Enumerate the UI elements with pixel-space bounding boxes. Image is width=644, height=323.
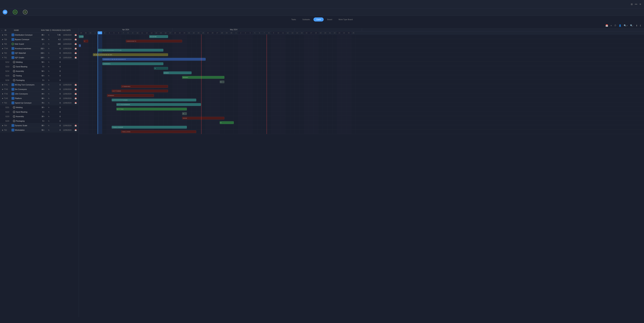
expand-btn[interactable]: ▶	[1, 43, 4, 45]
tab-worktype[interactable]: Work Type Board	[336, 18, 356, 22]
cal-icon[interactable]: 📅	[75, 39, 77, 41]
tab-board[interactable]: Board	[324, 18, 335, 22]
task-row[interactable]: ▶ T145 8 Platform 98 h ↻ 0 12/06/2024 📅	[0, 96, 79, 101]
gantt-bar[interactable]: 5	[154, 67, 168, 70]
gantt-bar[interactable]: 9	[79, 44, 81, 47]
cal-icon[interactable]: 📅	[75, 57, 77, 59]
gantt-bar[interactable]: 1 7 7 7 7 7 7 7 7 7 2 5 8 5	[112, 99, 196, 101]
cal-icon[interactable]: 📅	[75, 84, 77, 86]
calendar-icon[interactable]: ⊞	[631, 3, 633, 6]
gantt-bar[interactable]: 1 8 8 8 8 8 1 5 16 16 16 2 8 8 8 8 8 2 5	[102, 58, 206, 61]
task-row[interactable]: ▼ T61 8 IQF Grader 160 h ↻ 0 13/05/2024 …	[0, 55, 79, 60]
tab-gantt[interactable]: Gantt	[314, 18, 324, 22]
tab-tasks[interactable]: Tasks	[288, 18, 299, 22]
collapse-btn[interactable]: ▼	[1, 102, 4, 104]
task-cal[interactable]: 📅	[74, 102, 77, 104]
task-row[interactable]: ▶ T741 8 90 Deg Turn Conveyors 50 h ↻ 0 …	[0, 83, 79, 87]
gantt-bar[interactable]: 7 8 8 8 1 5 8 8 8 5	[112, 126, 187, 129]
expand-all-icon[interactable]: ↕	[1, 29, 2, 31]
gantt-bar[interactable]: 8 8 8 8 2	[182, 76, 224, 79]
task-row[interactable]: ▶ T60 8 IQF Waterfall 150 h ↻ 0 09/05/20…	[0, 51, 79, 55]
gantt-panel[interactable]: Apr 2024 May 2024 2930311234567891011121…	[79, 28, 644, 317]
gantt-bar[interactable]: 4 4 7 7 2 8 8 4	[112, 90, 168, 92]
task-row[interactable]: ▶ T744 8 Knockout machines 152 h ↻ 0 12/…	[0, 46, 79, 51]
task-row[interactable]: S213 ⊘ Sand Blasting 5 h ↻ 0	[0, 65, 79, 69]
cal-icon[interactable]: 📅	[75, 98, 77, 99]
task-row[interactable]: ▶ T742 8 10m Conveyors 44 h ↻ 0 12/06/20…	[0, 92, 79, 96]
task-cal[interactable]: 📅	[74, 88, 77, 90]
expand-btn[interactable]: ▶	[1, 129, 4, 131]
info-icon[interactable]: ℹ	[640, 24, 641, 27]
task-row[interactable]: S223 ⊘ Assembly 30 h ↻ 0	[0, 114, 79, 119]
expand-btn[interactable]: ▶	[1, 97, 4, 100]
task-cal[interactable]: 📅	[74, 97, 77, 99]
task-cal[interactable]: 📅	[74, 84, 77, 86]
expand-btn[interactable]: ▶	[1, 34, 4, 36]
gantt-bar[interactable]: 5 11 14 10	[149, 35, 168, 38]
cal-icon[interactable]: 📅	[75, 48, 77, 50]
gantt-bar[interactable]: 5	[220, 121, 234, 124]
gantt-bar[interactable]: 15 15 15 14 5 16 16 16 16 15 5	[93, 53, 168, 56]
task-cal[interactable]: 📅	[74, 129, 77, 131]
zoom-out-icon[interactable]: 🔍-	[630, 24, 634, 27]
gantt-bar[interactable]: 5	[220, 81, 224, 83]
expand-btn[interactable]: ▶	[1, 88, 4, 91]
gantt-bar[interactable]: 1 8 8 8 8 8 1	[102, 62, 163, 65]
task-cal[interactable]: 📅	[74, 52, 77, 54]
gantt-bar[interactable]: 1 8 8 3 3 3 8 7 3	[126, 40, 182, 43]
task-row[interactable]: ▶ T62 8 Workstation 55 h ↻ 0 12/06/2024 …	[0, 128, 79, 132]
cal-icon[interactable]: 📅	[75, 93, 77, 95]
task-cal[interactable]: 📅	[74, 125, 77, 127]
gantt-bar[interactable]: 7 7 6 8 8 4 8 2	[121, 85, 168, 88]
task-row[interactable]: S221 ⊘ Welding 30 h ↻ 0	[0, 105, 79, 110]
expand-btn[interactable]: ▶	[1, 124, 4, 127]
task-row[interactable]: S212 ⊘ Welding 50 h ↻ 0	[0, 60, 79, 65]
task-row[interactable]: ▶ T65 ✓ Side Guard 2 h ↻ 100 12/04/2024 …	[0, 42, 79, 46]
expand-btn[interactable]: ▶	[1, 47, 4, 50]
gantt-bar[interactable]: 5	[182, 112, 187, 115]
task-cal[interactable]: 📅	[74, 39, 77, 41]
task-cal[interactable]: 📅	[74, 57, 77, 59]
task-row[interactable]: ▶ T59 8 Bypass Conveyor 90 h ↻ 4.2 12/06…	[0, 37, 79, 42]
task-row[interactable]: S216 ⊘ Packaging 5 h ↻ 0	[0, 78, 79, 83]
gantt-bar[interactable]: 8 8 8 6	[182, 117, 224, 120]
gantt-bar[interactable]: 16 16 2	[163, 72, 192, 74]
tab-subtasks[interactable]: Subtasks	[300, 18, 313, 22]
cal-icon[interactable]: 📅	[75, 34, 77, 36]
expand-btn[interactable]: ▶	[1, 38, 4, 41]
cal-icon[interactable]: 📅	[75, 52, 77, 54]
person-toolbar-icon[interactable]: 👤	[618, 24, 622, 27]
collapse-btn[interactable]: ▼	[1, 56, 4, 59]
task-row[interactable]: S214 ⊘ Assembly 50 h ↻ 0	[0, 69, 79, 74]
task-row[interactable]: ▶ T743 8 5m Conveyors 44 h ↻ 0 12/06/202…	[0, 87, 79, 92]
calendar-toolbar-icon[interactable]: 📅	[605, 24, 608, 27]
task-cal[interactable]: 📅	[74, 43, 77, 45]
task-row[interactable]: ▶ T64 8 Dynamic Scale 90 h ↻ 0 12/06/202…	[0, 123, 79, 128]
gantt-bar[interactable]: 0 7 7 7 6 2 5 8 8 8 6 5	[116, 103, 201, 106]
clock-toolbar-icon[interactable]: ⏱	[614, 24, 617, 27]
task-cal[interactable]: 📅	[74, 34, 77, 36]
cal-icon[interactable]: 📅	[75, 43, 77, 45]
expand-btn[interactable]: ▶	[1, 83, 4, 86]
expand-btn[interactable]: ▶	[1, 52, 4, 54]
gantt-bar[interactable]: 0 7 7 7 6 2	[116, 108, 187, 110]
expand-btn[interactable]: ▶	[1, 93, 4, 95]
task-row[interactable]: S215 ⊘ Testing 50 h ↻ 0	[0, 74, 79, 78]
cal-icon[interactable]: 📅	[75, 102, 77, 104]
download-icon[interactable]: ⬇	[635, 24, 638, 27]
task-row[interactable]: ▶ T58 8 Distribution Conveyor 85 h ↻ 7.4…	[0, 33, 79, 37]
close-icon[interactable]: ✕	[639, 3, 641, 6]
task-cal[interactable]: 📅	[74, 93, 77, 95]
task-row[interactable]: S222 ⊘ Sand Blasting 5 h ↻ 0	[0, 110, 79, 114]
gantt-bar[interactable]: 7 7 7 7 14 14 4 8 8 8 8 8 8 7 7 7 7 7 1 …	[98, 49, 163, 52]
cal-icon[interactable]: 📅	[75, 88, 77, 90]
more-icon[interactable]: •••	[635, 3, 637, 6]
gantt-bar[interactable]: 7 8 8 1 1 5 5 5	[121, 130, 196, 133]
task-row[interactable]: ▼ T63 8 Speed Up Conveyor 70 h ↻ 0 12/06…	[0, 101, 79, 105]
gantt-bar[interactable]: 0 8 8 8 8	[79, 35, 84, 38]
gantt-bar[interactable]: 2	[84, 40, 88, 43]
zoom-in-icon[interactable]: 🔍+	[623, 24, 628, 27]
cal-icon[interactable]: 📅	[75, 129, 77, 131]
cal-icon[interactable]: 📅	[75, 125, 77, 127]
gantt-bar[interactable]: 3 5 8 8 8 4	[107, 94, 154, 97]
